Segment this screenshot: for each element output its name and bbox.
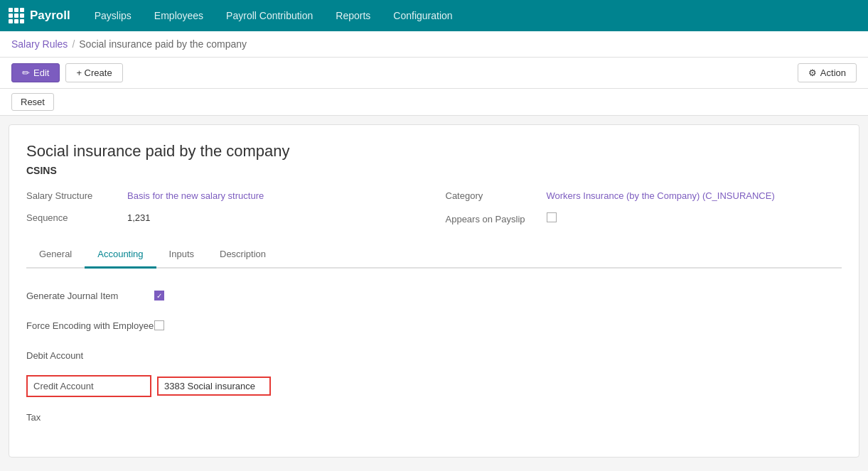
sequence-value: 1,231 [127,212,151,223]
record-title: Social insurance paid by the company [26,142,842,161]
breadcrumb-link[interactable]: Salary Rules [11,38,68,50]
reset-button[interactable]: Reset [11,93,54,111]
credit-account-value[interactable]: 3383 Social insurance [157,377,271,396]
main-content: Social insurance paid by the company CSI… [9,124,859,458]
appears-on-payslip-label: Appears on Payslip [446,214,538,224]
toolbar-right: ⚙ Action [798,63,857,82]
grid-icon [9,8,24,23]
edit-button[interactable]: ✏ Edit [11,63,60,82]
salary-structure-label: Salary Structure [26,190,119,201]
create-label: + Create [76,67,112,78]
breadcrumb-separator: / [72,38,75,50]
nav-employees[interactable]: Employees [144,6,213,26]
edit-label: Edit [33,67,49,78]
tab-accounting[interactable]: Accounting [85,242,156,269]
category-value[interactable]: Workers Insurance (by the Company) (C_IN… [547,190,775,201]
tax-label: Tax [26,412,154,423]
tab-inputs[interactable]: Inputs [156,242,207,269]
action-label: Action [820,67,846,78]
tab-general[interactable]: General [26,242,85,269]
category-label: Category [446,190,538,201]
toolbar: ✏ Edit + Create ⚙ Action [0,58,868,89]
brand[interactable]: Payroll [9,8,70,23]
generate-journal-item-row: Generate Journal Item ✓ [26,286,842,305]
credit-account-row: Credit Account 3383 Social insurance [26,375,842,397]
sub-toolbar: Reset [0,89,868,116]
action-button[interactable]: ⚙ Action [798,63,857,82]
gear-icon: ⚙ [808,67,817,78]
record-code: CSINS [26,165,842,176]
tax-row: Tax [26,407,842,427]
tabs: General Accounting Inputs Description [26,242,842,269]
brand-label: Payroll [30,9,70,23]
credit-account-label: Credit Account [26,375,151,397]
debit-account-label: Debit Account [26,350,154,361]
force-encoding-label: Force Encoding with Employee [26,320,154,331]
nav-configuration[interactable]: Configuration [383,6,462,26]
nav-payroll-contribution[interactable]: Payroll Contribution [216,6,323,26]
nav-payslips[interactable]: Payslips [85,6,141,26]
force-encoding-checkbox[interactable] [154,320,164,330]
appears-on-payslip-checkbox[interactable] [547,212,557,222]
sequence-label: Sequence [26,212,119,223]
navbar-nav: Payslips Employees Payroll Contribution … [85,6,463,26]
edit-icon: ✏ [22,67,30,78]
force-encoding-row: Force Encoding with Employee [26,315,842,335]
breadcrumb: Salary Rules / Social insurance paid by … [11,38,857,50]
generate-journal-item-label: Generate Journal Item [26,291,154,301]
appears-on-payslip-row: Appears on Payslip [446,212,842,224]
toolbar-left: ✏ Edit + Create [11,63,123,82]
sequence-row: Sequence 1,231 [26,212,423,224]
category-row: Category Workers Insurance (by the Compa… [446,190,842,201]
fields-grid: Salary Structure Basis for the new salar… [26,190,842,224]
navbar: Payroll Payslips Employees Payroll Contr… [0,0,868,31]
debit-account-row: Debit Account [26,345,842,365]
nav-reports[interactable]: Reports [326,6,380,26]
create-button[interactable]: + Create [65,63,122,82]
generate-journal-item-checkbox[interactable]: ✓ [154,291,164,301]
salary-structure-row: Salary Structure Basis for the new salar… [26,190,423,201]
breadcrumb-bar: Salary Rules / Social insurance paid by … [0,31,868,58]
accounting-tab-content: Generate Journal Item ✓ Force Encoding w… [26,283,842,440]
salary-structure-value[interactable]: Basis for the new salary structure [127,190,264,201]
tab-description[interactable]: Description [207,242,279,269]
breadcrumb-current: Social insurance paid by the company [79,38,247,50]
